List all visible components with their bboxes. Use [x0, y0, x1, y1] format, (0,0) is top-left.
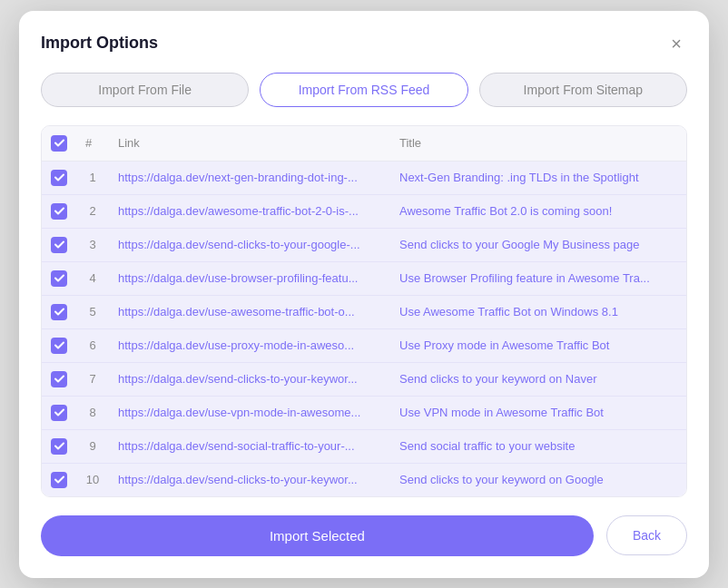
row-title: Send clicks to your keyword on Google	[390, 463, 686, 496]
row-num: 4	[76, 261, 109, 295]
row-title: Send clicks to your keyword on Naver	[390, 362, 686, 396]
modal-footer: Import Selected Back	[41, 515, 687, 556]
row-link: https://dalga.dev/send-clicks-to-your-ke…	[109, 362, 390, 396]
row-checkbox[interactable]	[51, 170, 67, 186]
row-link: https://dalga.dev/send-clicks-to-your-go…	[109, 228, 390, 261]
row-link: https://dalga.dev/awesome-traffic-bot-2-…	[109, 194, 390, 228]
row-title: Send social traffic to your website	[390, 429, 686, 463]
close-button[interactable]: ×	[665, 33, 687, 54]
row-num: 10	[76, 463, 109, 496]
row-check-cell	[42, 261, 76, 295]
table-row: 10 https://dalga.dev/send-clicks-to-your…	[42, 463, 686, 496]
row-title: Use Awesome Traffic Bot on Windows 8.1	[390, 295, 686, 328]
row-checkbox[interactable]	[51, 203, 67, 220]
row-num: 2	[76, 194, 109, 228]
row-title: Use VPN mode in Awesome Traffic Bot	[390, 396, 686, 429]
row-check-cell	[42, 463, 76, 496]
row-num: 8	[76, 396, 109, 429]
row-link: https://dalga.dev/use-vpn-mode-in-awesom…	[109, 396, 390, 429]
row-link: https://dalga.dev/use-awesome-traffic-bo…	[109, 295, 390, 328]
modal-title: Import Options	[41, 34, 158, 53]
tab-sitemap[interactable]: Import From Sitemap	[479, 73, 687, 107]
row-num: 9	[76, 429, 109, 463]
row-check-cell	[42, 362, 76, 396]
select-all-checkbox[interactable]	[51, 135, 67, 152]
row-checkbox[interactable]	[51, 438, 67, 455]
header-link: Link	[109, 126, 390, 162]
table-row: 9 https://dalga.dev/send-social-traffic-…	[42, 429, 686, 463]
row-check-cell	[42, 396, 76, 429]
table-row: 3 https://dalga.dev/send-clicks-to-your-…	[42, 228, 686, 261]
row-check-cell	[42, 328, 76, 362]
row-title: Awesome Traffic Bot 2.0 is coming soon!	[390, 194, 686, 228]
back-button[interactable]: Back	[606, 515, 687, 555]
row-num: 6	[76, 328, 109, 362]
table-row: 8 https://dalga.dev/use-vpn-mode-in-awes…	[42, 396, 686, 429]
row-title: Use Proxy mode in Awesome Traffic Bot	[390, 328, 686, 362]
table-row: 2 https://dalga.dev/awesome-traffic-bot-…	[42, 194, 686, 228]
import-selected-button[interactable]: Import Selected	[41, 515, 594, 556]
row-link: https://dalga.dev/send-clicks-to-your-ke…	[109, 463, 390, 496]
import-options-modal: Import Options × Import From FileImport …	[19, 11, 709, 578]
row-link: https://dalga.dev/next-gen-branding-dot-…	[109, 161, 390, 194]
table-row: 7 https://dalga.dev/send-clicks-to-your-…	[42, 362, 686, 396]
row-checkbox[interactable]	[51, 472, 67, 488]
tab-bar: Import From FileImport From RSS FeedImpo…	[41, 73, 687, 107]
links-table-container: # Link Title 1 https://dalga.dev/next-ge…	[41, 125, 687, 497]
row-link: https://dalga.dev/use-browser-profiling-…	[109, 261, 390, 295]
row-checkbox[interactable]	[51, 338, 67, 354]
row-checkbox[interactable]	[51, 237, 67, 253]
modal-header: Import Options ×	[41, 33, 687, 54]
row-num: 1	[76, 161, 109, 194]
row-check-cell	[42, 429, 76, 463]
row-check-cell	[42, 295, 76, 328]
row-num: 3	[76, 228, 109, 261]
table-row: 4 https://dalga.dev/use-browser-profilin…	[42, 261, 686, 295]
row-checkbox[interactable]	[51, 304, 67, 320]
table-body: 1 https://dalga.dev/next-gen-branding-do…	[42, 161, 686, 496]
header-check-col	[42, 126, 76, 162]
row-link: https://dalga.dev/use-proxy-mode-in-awes…	[109, 328, 390, 362]
row-check-cell	[42, 161, 76, 194]
row-checkbox[interactable]	[51, 371, 67, 387]
row-checkbox[interactable]	[51, 270, 67, 287]
row-title: Send clicks to your Google My Business p…	[390, 228, 686, 261]
table-row: 5 https://dalga.dev/use-awesome-traffic-…	[42, 295, 686, 328]
row-num: 5	[76, 295, 109, 328]
header-num: #	[76, 126, 109, 162]
header-title: Title	[390, 126, 686, 162]
tab-rss[interactable]: Import From RSS Feed	[260, 73, 467, 107]
row-check-cell	[42, 228, 76, 261]
row-link: https://dalga.dev/send-social-traffic-to…	[109, 429, 390, 463]
table-row: 1 https://dalga.dev/next-gen-branding-do…	[42, 161, 686, 194]
links-table: # Link Title 1 https://dalga.dev/next-ge…	[42, 126, 686, 496]
row-num: 7	[76, 362, 109, 396]
row-title: Next-Gen Branding: .ing TLDs in the Spot…	[390, 161, 686, 194]
table-row: 6 https://dalga.dev/use-proxy-mode-in-aw…	[42, 328, 686, 362]
row-checkbox[interactable]	[51, 405, 67, 421]
tab-file[interactable]: Import From File	[41, 73, 249, 107]
row-check-cell	[42, 194, 76, 228]
row-title: Use Browser Profiling feature in Awesome…	[390, 261, 686, 295]
